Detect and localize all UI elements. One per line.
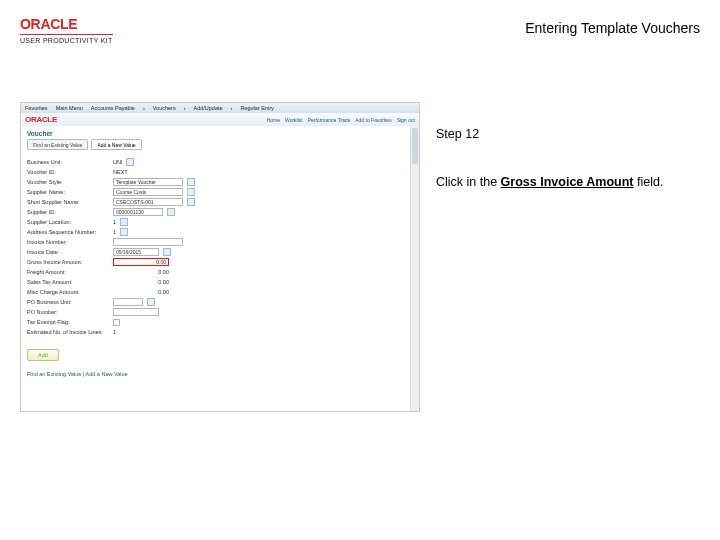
link-perf[interactable]: Performance Trace xyxy=(308,117,351,123)
lookup-icon[interactable] xyxy=(120,228,128,236)
nav-favorites[interactable]: Favorites xyxy=(25,105,48,111)
link-signout[interactable]: Sign out xyxy=(397,117,415,123)
input-style[interactable]: Template Voucher xyxy=(113,178,183,186)
lookup-icon[interactable] xyxy=(126,158,134,166)
tabs: Find an Existing Value Add a New Value xyxy=(21,139,419,153)
top-nav: Favorites Main Menu Accounts Payable › V… xyxy=(21,103,419,113)
label-est: Estimated No. of Invoice Lines: xyxy=(27,329,109,335)
lookup-icon[interactable] xyxy=(120,218,128,226)
label-sloc: Supplier Location: xyxy=(27,219,109,225)
input-pobu[interactable] xyxy=(113,298,143,306)
val-bu: UNI xyxy=(113,159,122,165)
app-screenshot: Favorites Main Menu Accounts Payable › V… xyxy=(20,102,420,412)
input-invdt[interactable]: 05/19/2015 xyxy=(113,248,159,256)
val-aseq: 1 xyxy=(113,229,116,235)
label-misc: Misc Charge Amount: xyxy=(27,289,109,295)
input-sshort[interactable]: CSECOSTS-001 xyxy=(113,198,183,206)
input-sid[interactable]: 0000001130 xyxy=(113,208,163,216)
label-stax: Sales Tax Amount: xyxy=(27,279,109,285)
val-est: 1 xyxy=(113,329,116,335)
label-pobu: PO Business Unit: xyxy=(27,299,109,305)
breadcrumb[interactable]: Vouchers xyxy=(153,105,176,111)
val-freight: 0.00 xyxy=(113,269,169,275)
nav-main[interactable]: Main Menu xyxy=(56,105,83,111)
footer-link-add[interactable]: Add a New Value xyxy=(86,371,128,377)
add-button[interactable]: Add xyxy=(27,349,59,361)
label-aseq: Address Sequence Number: xyxy=(27,229,109,235)
app-logo: ORACLE xyxy=(25,115,57,124)
label-invdt: Invoice Date: xyxy=(27,249,109,255)
logo-subtitle: USER PRODUCTIVITY KIT xyxy=(20,34,113,44)
dropdown-icon[interactable] xyxy=(187,178,195,186)
breadcrumb[interactable]: Add/Update xyxy=(194,105,223,111)
scrollbar-thumb[interactable] xyxy=(412,128,418,164)
label-sname: Supplier Name: xyxy=(27,189,109,195)
footer-link-find[interactable]: Find an Existing Value xyxy=(27,371,81,377)
instr-field-name: Gross Invoice Amount xyxy=(501,175,634,189)
checkbox-tax[interactable] xyxy=(113,319,120,326)
label-gross: Gross Invoice Amount: xyxy=(27,259,109,265)
label-tax: Tax Exempt Flag: xyxy=(27,319,109,325)
lookup-icon[interactable] xyxy=(187,188,195,196)
label-style: Voucher Style: xyxy=(27,179,109,185)
label-freight: Freight Amount: xyxy=(27,269,109,275)
breadcrumb[interactable]: Accounts Payable xyxy=(91,105,135,111)
label-vid: Voucher ID: xyxy=(27,169,109,175)
instr-suffix: field. xyxy=(634,175,664,189)
instr-prefix: Click in the xyxy=(436,175,501,189)
link-addfav[interactable]: Add to Favorites xyxy=(355,117,391,123)
val-misc: 0.00 xyxy=(113,289,169,295)
step-label: Step 12 xyxy=(436,126,700,144)
brand-bar: ORACLE Home Worklist Performance Trace A… xyxy=(21,113,419,126)
lookup-icon[interactable] xyxy=(187,198,195,206)
oracle-logo: ORACLE xyxy=(20,16,77,32)
label-ponum: PO Number: xyxy=(27,309,109,315)
scrollbar[interactable] xyxy=(410,126,419,411)
step-instruction: Click in the Gross Invoice Amount field. xyxy=(436,174,700,192)
logo-block: ORACLE USER PRODUCTIVITY KIT xyxy=(20,16,113,44)
tab-add[interactable]: Add a New Value xyxy=(91,139,141,150)
lookup-icon[interactable] xyxy=(167,208,175,216)
footer-links: Find an Existing Value | Add a New Value xyxy=(21,361,419,381)
calendar-icon[interactable] xyxy=(163,248,171,256)
val-vid: NEXT xyxy=(113,169,128,175)
link-home[interactable]: Home xyxy=(267,117,280,123)
instruction-pane: Step 12 Click in the Gross Invoice Amoun… xyxy=(436,126,700,191)
input-ponum[interactable] xyxy=(113,308,159,316)
label-sshort: Short Supplier Name: xyxy=(27,199,109,205)
breadcrumb[interactable]: Regular Entry xyxy=(240,105,274,111)
label-bu: Business Unit: xyxy=(27,159,109,165)
label-sid: Supplier ID: xyxy=(27,209,109,215)
input-gross-invoice-amount[interactable]: 0.00 xyxy=(113,258,169,266)
input-invno[interactable] xyxy=(113,238,183,246)
form-body: Business Unit:UNI Voucher ID:NEXT Vouche… xyxy=(21,153,419,343)
input-sname[interactable]: Course Costs xyxy=(113,188,183,196)
val-stax: 0.00 xyxy=(113,279,169,285)
link-worklist[interactable]: Worklist xyxy=(285,117,303,123)
lookup-icon[interactable] xyxy=(147,298,155,306)
tab-find[interactable]: Find an Existing Value xyxy=(27,139,88,150)
section-title: Voucher xyxy=(21,126,419,139)
page-title: Entering Template Vouchers xyxy=(525,20,700,36)
label-invno: Invoice Number: xyxy=(27,239,109,245)
val-sloc: 1 xyxy=(113,219,116,225)
